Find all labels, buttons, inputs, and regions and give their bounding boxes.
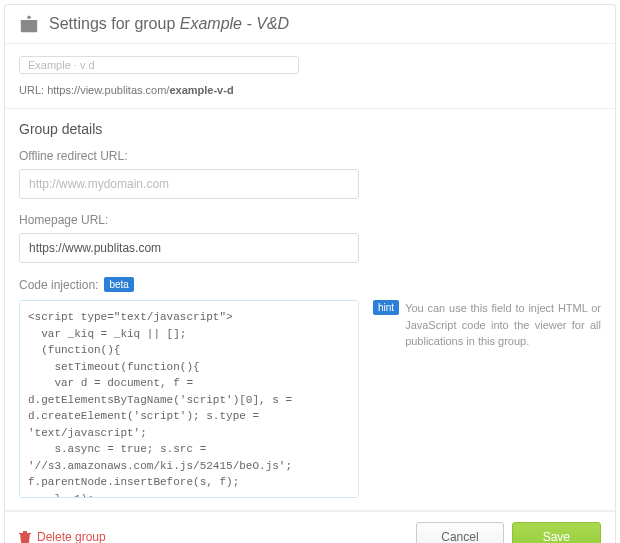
hint-box: hint You can use this field to inject HT… [373, 300, 601, 350]
section-title: Group details [19, 121, 601, 137]
homepage-url-input[interactable] [19, 233, 359, 263]
slug-input-truncated[interactable]: Example · v d [19, 56, 299, 74]
hint-text: You can use this field to inject HTML or… [405, 300, 601, 350]
code-injection-row: hint You can use this field to inject HT… [19, 300, 601, 498]
code-injection-label-row: Code injection: beta [19, 277, 601, 292]
homepage-url-label: Homepage URL: [19, 213, 601, 227]
url-preview: URL: https://view.publitas.com/example-v… [19, 84, 601, 96]
folder-icon [19, 15, 39, 33]
group-details-section: Group details Offline redirect URL: Home… [5, 109, 615, 511]
code-injection-label: Code injection: [19, 278, 98, 292]
group-name: Example - V&D [180, 15, 289, 32]
delete-group-label: Delete group [37, 530, 106, 543]
offline-url-label: Offline redirect URL: [19, 149, 601, 163]
slug-section: Example · v d URL: https://view.publitas… [5, 44, 615, 109]
offline-url-input[interactable] [19, 169, 359, 199]
card-footer: Delete group Cancel Save [5, 511, 615, 543]
svg-rect-0 [28, 17, 29, 19]
settings-card: Settings for group Example - V&D Example… [4, 4, 616, 543]
page-title: Settings for group Example - V&D [49, 15, 289, 33]
footer-actions: Cancel Save [416, 522, 601, 543]
beta-badge: beta [104, 277, 133, 292]
code-injection-textarea[interactable] [19, 300, 359, 498]
hint-badge: hint [373, 300, 399, 315]
cancel-button[interactable]: Cancel [416, 522, 503, 543]
trash-icon [19, 530, 31, 543]
save-button[interactable]: Save [512, 522, 601, 543]
delete-group-link[interactable]: Delete group [19, 530, 106, 543]
card-header: Settings for group Example - V&D [5, 5, 615, 44]
